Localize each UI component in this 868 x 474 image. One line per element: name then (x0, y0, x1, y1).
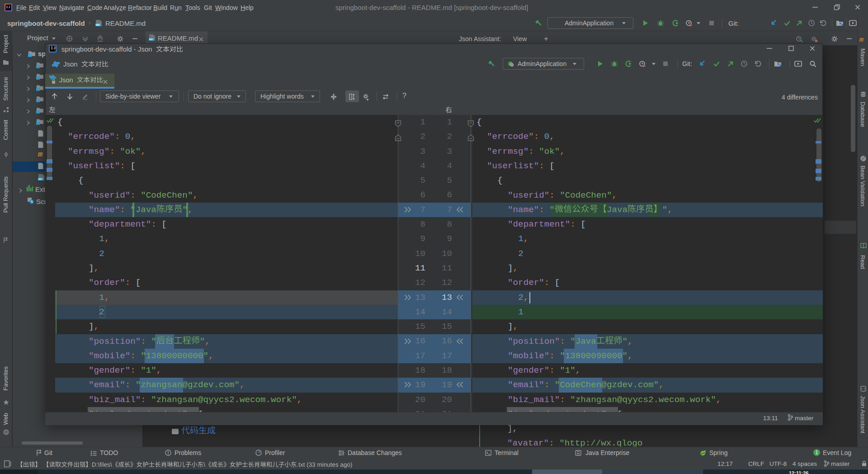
svg-text:MD: MD (96, 24, 100, 26)
svg-text:MD: MD (149, 38, 153, 41)
svg-text:MD: MD (38, 178, 42, 180)
